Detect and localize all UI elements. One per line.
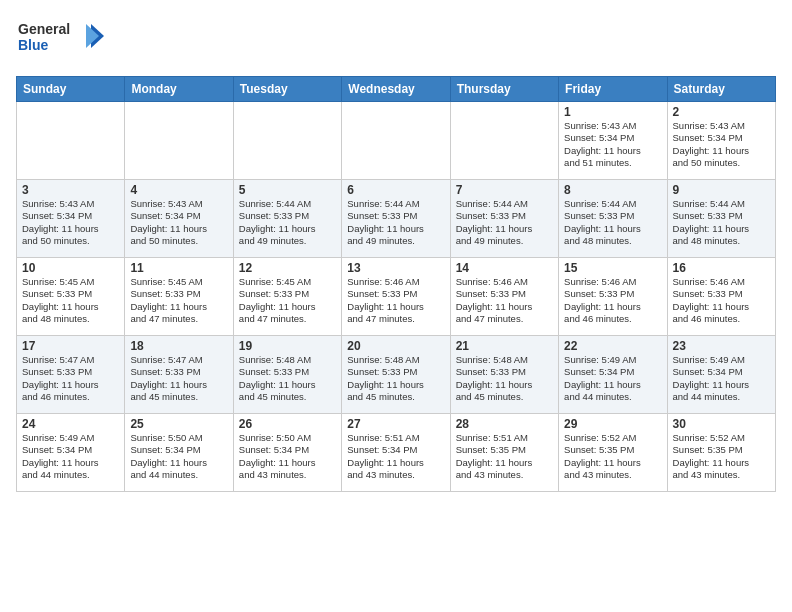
calendar-table: SundayMondayTuesdayWednesdayThursdayFrid… [16,76,776,492]
day-number: 30 [673,417,770,431]
calendar-cell: 26Sunrise: 5:50 AMSunset: 5:34 PMDayligh… [233,414,341,492]
day-number: 23 [673,339,770,353]
day-info: Sunrise: 5:49 AMSunset: 5:34 PMDaylight:… [22,432,119,481]
day-info: Sunrise: 5:44 AMSunset: 5:33 PMDaylight:… [673,198,770,247]
calendar-cell: 20Sunrise: 5:48 AMSunset: 5:33 PMDayligh… [342,336,450,414]
svg-text:General: General [18,21,70,37]
day-number: 16 [673,261,770,275]
day-info: Sunrise: 5:48 AMSunset: 5:33 PMDaylight:… [239,354,336,403]
day-header-saturday: Saturday [667,77,775,102]
calendar-header: SundayMondayTuesdayWednesdayThursdayFrid… [17,77,776,102]
calendar-cell [342,102,450,180]
calendar-cell: 7Sunrise: 5:44 AMSunset: 5:33 PMDaylight… [450,180,558,258]
day-number: 20 [347,339,444,353]
calendar-cell: 22Sunrise: 5:49 AMSunset: 5:34 PMDayligh… [559,336,667,414]
calendar-cell [450,102,558,180]
day-info: Sunrise: 5:45 AMSunset: 5:33 PMDaylight:… [22,276,119,325]
day-info: Sunrise: 5:45 AMSunset: 5:33 PMDaylight:… [239,276,336,325]
calendar-cell: 12Sunrise: 5:45 AMSunset: 5:33 PMDayligh… [233,258,341,336]
calendar-cell: 16Sunrise: 5:46 AMSunset: 5:33 PMDayligh… [667,258,775,336]
day-number: 4 [130,183,227,197]
page: General Blue SundayMondayTuesdayWednesda… [0,0,792,612]
day-number: 14 [456,261,553,275]
day-number: 10 [22,261,119,275]
day-number: 13 [347,261,444,275]
week-row-1: 1Sunrise: 5:43 AMSunset: 5:34 PMDaylight… [17,102,776,180]
calendar-cell: 19Sunrise: 5:48 AMSunset: 5:33 PMDayligh… [233,336,341,414]
day-info: Sunrise: 5:43 AMSunset: 5:34 PMDaylight:… [564,120,661,169]
calendar-cell [17,102,125,180]
day-number: 8 [564,183,661,197]
calendar-cell: 8Sunrise: 5:44 AMSunset: 5:33 PMDaylight… [559,180,667,258]
day-number: 24 [22,417,119,431]
day-info: Sunrise: 5:45 AMSunset: 5:33 PMDaylight:… [130,276,227,325]
day-info: Sunrise: 5:43 AMSunset: 5:34 PMDaylight:… [673,120,770,169]
logo-icon: General Blue [16,16,106,60]
calendar-cell: 21Sunrise: 5:48 AMSunset: 5:33 PMDayligh… [450,336,558,414]
day-number: 25 [130,417,227,431]
day-info: Sunrise: 5:52 AMSunset: 5:35 PMDaylight:… [673,432,770,481]
day-number: 6 [347,183,444,197]
calendar-cell: 28Sunrise: 5:51 AMSunset: 5:35 PMDayligh… [450,414,558,492]
calendar-cell [233,102,341,180]
svg-text:Blue: Blue [18,37,49,53]
day-header-monday: Monday [125,77,233,102]
day-info: Sunrise: 5:48 AMSunset: 5:33 PMDaylight:… [456,354,553,403]
day-header-sunday: Sunday [17,77,125,102]
day-number: 5 [239,183,336,197]
day-number: 19 [239,339,336,353]
calendar-cell: 10Sunrise: 5:45 AMSunset: 5:33 PMDayligh… [17,258,125,336]
calendar-cell: 9Sunrise: 5:44 AMSunset: 5:33 PMDaylight… [667,180,775,258]
day-info: Sunrise: 5:52 AMSunset: 5:35 PMDaylight:… [564,432,661,481]
day-header-tuesday: Tuesday [233,77,341,102]
calendar-cell: 29Sunrise: 5:52 AMSunset: 5:35 PMDayligh… [559,414,667,492]
calendar-cell: 5Sunrise: 5:44 AMSunset: 5:33 PMDaylight… [233,180,341,258]
day-number: 28 [456,417,553,431]
calendar-cell: 23Sunrise: 5:49 AMSunset: 5:34 PMDayligh… [667,336,775,414]
day-info: Sunrise: 5:44 AMSunset: 5:33 PMDaylight:… [239,198,336,247]
week-row-2: 3Sunrise: 5:43 AMSunset: 5:34 PMDaylight… [17,180,776,258]
day-info: Sunrise: 5:51 AMSunset: 5:35 PMDaylight:… [456,432,553,481]
calendar-cell: 14Sunrise: 5:46 AMSunset: 5:33 PMDayligh… [450,258,558,336]
days-of-week-row: SundayMondayTuesdayWednesdayThursdayFrid… [17,77,776,102]
day-info: Sunrise: 5:47 AMSunset: 5:33 PMDaylight:… [22,354,119,403]
calendar-cell: 1Sunrise: 5:43 AMSunset: 5:34 PMDaylight… [559,102,667,180]
day-number: 3 [22,183,119,197]
day-number: 22 [564,339,661,353]
header: General Blue [16,16,776,64]
day-info: Sunrise: 5:49 AMSunset: 5:34 PMDaylight:… [673,354,770,403]
day-info: Sunrise: 5:51 AMSunset: 5:34 PMDaylight:… [347,432,444,481]
day-number: 29 [564,417,661,431]
day-number: 1 [564,105,661,119]
day-info: Sunrise: 5:50 AMSunset: 5:34 PMDaylight:… [239,432,336,481]
calendar-cell: 13Sunrise: 5:46 AMSunset: 5:33 PMDayligh… [342,258,450,336]
day-number: 7 [456,183,553,197]
day-number: 26 [239,417,336,431]
day-info: Sunrise: 5:43 AMSunset: 5:34 PMDaylight:… [130,198,227,247]
day-info: Sunrise: 5:48 AMSunset: 5:33 PMDaylight:… [347,354,444,403]
calendar-cell: 11Sunrise: 5:45 AMSunset: 5:33 PMDayligh… [125,258,233,336]
day-number: 21 [456,339,553,353]
logo: General Blue [16,16,106,64]
calendar-cell: 24Sunrise: 5:49 AMSunset: 5:34 PMDayligh… [17,414,125,492]
day-header-thursday: Thursday [450,77,558,102]
calendar-cell: 3Sunrise: 5:43 AMSunset: 5:34 PMDaylight… [17,180,125,258]
week-row-4: 17Sunrise: 5:47 AMSunset: 5:33 PMDayligh… [17,336,776,414]
day-number: 27 [347,417,444,431]
day-info: Sunrise: 5:46 AMSunset: 5:33 PMDaylight:… [347,276,444,325]
day-info: Sunrise: 5:44 AMSunset: 5:33 PMDaylight:… [347,198,444,247]
day-info: Sunrise: 5:46 AMSunset: 5:33 PMDaylight:… [673,276,770,325]
day-number: 2 [673,105,770,119]
day-number: 12 [239,261,336,275]
calendar-body: 1Sunrise: 5:43 AMSunset: 5:34 PMDaylight… [17,102,776,492]
day-info: Sunrise: 5:50 AMSunset: 5:34 PMDaylight:… [130,432,227,481]
calendar-cell: 27Sunrise: 5:51 AMSunset: 5:34 PMDayligh… [342,414,450,492]
day-number: 17 [22,339,119,353]
day-info: Sunrise: 5:43 AMSunset: 5:34 PMDaylight:… [22,198,119,247]
day-number: 9 [673,183,770,197]
logo-text: General Blue [16,16,106,64]
day-number: 18 [130,339,227,353]
day-info: Sunrise: 5:46 AMSunset: 5:33 PMDaylight:… [564,276,661,325]
calendar-cell: 25Sunrise: 5:50 AMSunset: 5:34 PMDayligh… [125,414,233,492]
day-info: Sunrise: 5:44 AMSunset: 5:33 PMDaylight:… [456,198,553,247]
